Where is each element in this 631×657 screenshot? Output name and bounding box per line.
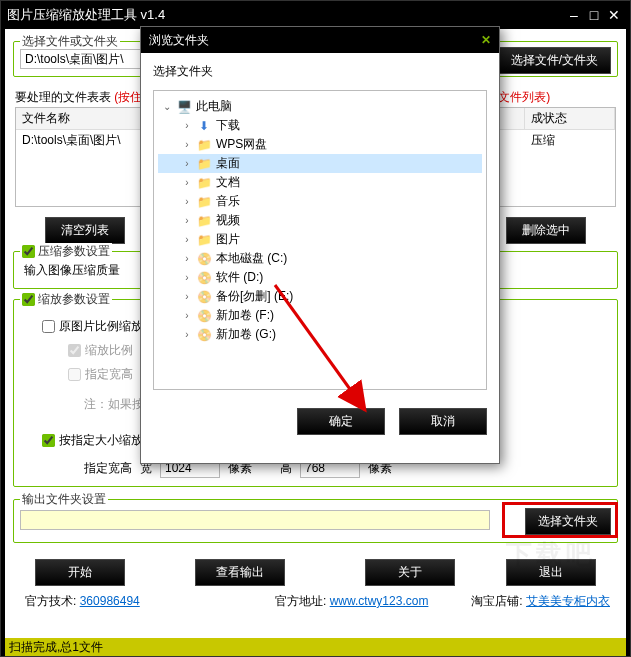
tree-item-label: 下载	[216, 117, 240, 134]
tree-item[interactable]: ›📀备份[勿删] (E:)	[158, 287, 482, 306]
group-select-title: 选择文件或文件夹	[20, 33, 120, 50]
dialog-title: 浏览文件夹	[149, 32, 209, 49]
clear-list-button[interactable]: 清空列表	[45, 217, 125, 244]
group-scale-title: 缩放参数设置	[20, 291, 112, 308]
col-status: 成状态	[525, 108, 615, 129]
size-checkbox[interactable]	[42, 434, 55, 447]
folder-icon: 📁	[196, 137, 212, 153]
cancel-button[interactable]: 取消	[399, 408, 487, 435]
group-output-title: 输出文件夹设置	[20, 491, 108, 508]
view-output-button[interactable]: 查看输出	[195, 559, 285, 586]
dialog-close-icon[interactable]: ✕	[481, 33, 491, 47]
ratio-checkbox[interactable]	[42, 320, 55, 333]
tree-item[interactable]: ›📁文档	[158, 173, 482, 192]
expand-arrow-icon[interactable]: ›	[182, 253, 192, 264]
tree-item[interactable]: ›📁桌面	[158, 154, 482, 173]
drive-icon: 📀	[196, 327, 212, 343]
expand-arrow-icon[interactable]: ›	[182, 234, 192, 245]
drive-icon: 📀	[196, 270, 212, 286]
list-caption-text: 要处理的文件表表	[15, 90, 111, 104]
expand-arrow-icon[interactable]: ›	[182, 329, 192, 340]
ratio-checkbox-row[interactable]: 原图片比例缩放	[42, 318, 143, 335]
dl-icon: ⬇	[196, 118, 212, 134]
expand-arrow-icon[interactable]: ›	[182, 139, 192, 150]
start-button[interactable]: 开始	[35, 559, 125, 586]
minimize-button[interactable]: –	[564, 7, 584, 23]
tree-item-label: 音乐	[216, 193, 240, 210]
tree-item-label: 视频	[216, 212, 240, 229]
close-button[interactable]: ✕	[604, 7, 624, 23]
tree-item[interactable]: ›⬇下载	[158, 116, 482, 135]
size-checkbox-row[interactable]: 按指定大小缩放	[42, 432, 143, 449]
pc-icon: 🖥️	[176, 99, 192, 115]
tree-item-label: 桌面	[216, 155, 240, 172]
addr-row: 官方地址: www.ctwy123.com	[275, 593, 428, 610]
expand-arrow-icon[interactable]: ⌄	[162, 101, 172, 112]
tree-item[interactable]: ›📀新加卷 (G:)	[158, 325, 482, 344]
tech-label: 官方技术:	[25, 594, 76, 608]
delete-selected-button[interactable]: 删除选中	[506, 217, 586, 244]
tree-item-label: 文档	[216, 174, 240, 191]
folder-icon: 📁	[196, 213, 212, 229]
dialog-subtitle: 选择文件夹	[153, 63, 487, 80]
shop-row: 淘宝店铺: 艾美美专柜内衣	[471, 593, 610, 610]
tree-item[interactable]: ›📁音乐	[158, 192, 482, 211]
expand-arrow-icon[interactable]: ›	[182, 215, 192, 226]
window-title: 图片压缩缩放处理工具 v1.4	[7, 6, 165, 24]
compress-label: 输入图像压缩质量	[24, 262, 120, 279]
tree-item[interactable]: ›📁视频	[158, 211, 482, 230]
folder-icon: 📁	[196, 194, 212, 210]
dialog-titlebar: 浏览文件夹 ✕	[141, 27, 499, 53]
addr-link[interactable]: www.ctwy123.com	[330, 594, 429, 608]
tree-item[interactable]: ›📁WPS网盘	[158, 135, 482, 154]
tree-item[interactable]: ›📀本地磁盘 (C:)	[158, 249, 482, 268]
titlebar: 图片压缩缩放处理工具 v1.4 – □ ✕	[1, 1, 630, 29]
ratio2-checkbox	[68, 344, 81, 357]
tree-item[interactable]: ›📁图片	[158, 230, 482, 249]
folder-icon: 📁	[196, 232, 212, 248]
scale-enable-checkbox[interactable]	[22, 293, 35, 306]
tree-item-label: 软件 (D:)	[216, 269, 263, 286]
select-file-button[interactable]: 选择文件/文件夹	[498, 47, 611, 74]
drive-icon: 📀	[196, 308, 212, 324]
tree-item[interactable]: ›📀软件 (D:)	[158, 268, 482, 287]
shop-link[interactable]: 艾美美专柜内衣	[526, 594, 610, 608]
compress-enable-checkbox[interactable]	[22, 245, 35, 258]
expand-arrow-icon[interactable]: ›	[182, 158, 192, 169]
addr-label: 官方地址:	[275, 594, 326, 608]
about-button[interactable]: 关于	[365, 559, 455, 586]
statusbar: 扫描完成,总1文件	[5, 638, 626, 656]
drive-icon: 📀	[196, 251, 212, 267]
width-checkbox	[68, 368, 81, 381]
expand-arrow-icon[interactable]: ›	[182, 177, 192, 188]
tree-item-label: 本地磁盘 (C:)	[216, 250, 287, 267]
expand-arrow-icon[interactable]: ›	[182, 310, 192, 321]
tree-item-label: 备份[勿删] (E:)	[216, 288, 293, 305]
tree-item-label: 新加卷 (G:)	[216, 326, 276, 343]
maximize-button[interactable]: □	[584, 7, 604, 23]
tree-item-label: 新加卷 (F:)	[216, 307, 274, 324]
tree-item[interactable]: ›📀新加卷 (F:)	[158, 306, 482, 325]
tech-row: 官方技术: 360986494	[25, 593, 140, 610]
output-path-input[interactable]	[20, 510, 490, 530]
tech-link[interactable]: 360986494	[80, 594, 140, 608]
exit-button[interactable]: 退出	[506, 559, 596, 586]
expand-arrow-icon[interactable]: ›	[182, 120, 192, 131]
folder-icon: 📁	[196, 156, 212, 172]
folder-icon: 📁	[196, 175, 212, 191]
expand-arrow-icon[interactable]: ›	[182, 291, 192, 302]
ok-button[interactable]: 确定	[297, 408, 385, 435]
expand-arrow-icon[interactable]: ›	[182, 196, 192, 207]
width-checkbox-row: 指定宽高	[68, 366, 133, 383]
tree-item-label: 图片	[216, 231, 240, 248]
tree-item[interactable]: ⌄🖥️此电脑	[158, 97, 482, 116]
tree-item-label: WPS网盘	[216, 136, 267, 153]
drive-icon: 📀	[196, 289, 212, 305]
group-compress-title: 压缩参数设置	[20, 243, 112, 260]
tree-item-label: 此电脑	[196, 98, 232, 115]
size-label: 指定宽高	[84, 460, 132, 477]
expand-arrow-icon[interactable]: ›	[182, 272, 192, 283]
browse-folder-dialog: 浏览文件夹 ✕ 选择文件夹 ⌄🖥️此电脑›⬇下载›📁WPS网盘›📁桌面›📁文档›…	[140, 26, 500, 464]
folder-tree[interactable]: ⌄🖥️此电脑›⬇下载›📁WPS网盘›📁桌面›📁文档›📁音乐›📁视频›📁图片›📀本…	[153, 90, 487, 390]
shop-label: 淘宝店铺:	[471, 594, 522, 608]
